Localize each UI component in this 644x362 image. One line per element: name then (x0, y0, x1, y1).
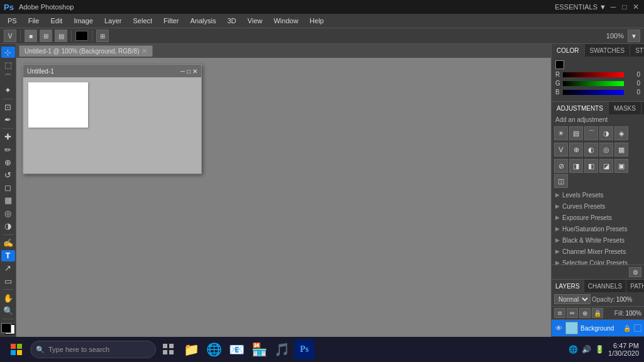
foreground-color-btn[interactable] (75, 31, 88, 41)
tab-masks[interactable]: MASKS (609, 102, 641, 114)
adj-bw-icon[interactable]: ◐ (584, 143, 598, 156)
doc-close-btn[interactable]: ✕ (192, 68, 197, 75)
preset-curves[interactable]: ▶ Curves Presets (552, 200, 644, 212)
layer-visibility-icon[interactable]: 👁 (554, 324, 563, 332)
search-bar[interactable]: 🔍 Type here to search (30, 341, 156, 358)
tab-styles[interactable]: STYLES (630, 44, 644, 57)
menu-help[interactable]: Help (304, 16, 329, 26)
layer-background[interactable]: 👁 Background 🔒 (552, 320, 644, 336)
tool-path-select[interactable]: ↗ (1, 263, 15, 274)
tool-eraser[interactable]: ◻ (1, 182, 15, 194)
foreground-color[interactable] (1, 323, 11, 333)
move-options-v[interactable]: V (4, 30, 16, 42)
preset-exposure[interactable]: ▶ Exposure Presets (552, 212, 644, 223)
color-swatches[interactable] (1, 323, 15, 334)
layer-options-icon[interactable] (634, 324, 641, 332)
preset-channelmixer[interactable]: ▶ Channel Mixer Presets (552, 246, 644, 257)
extra-btn[interactable]: ⊞ (96, 30, 109, 42)
tool-brush[interactable]: ✏ (1, 144, 15, 155)
tool-magic-wand[interactable]: ✦ (1, 85, 15, 96)
tool-shape[interactable]: ▭ (1, 275, 15, 287)
file-explorer-icon[interactable]: 📁 (181, 339, 201, 359)
menu-layer[interactable]: Layer (99, 16, 127, 26)
tool-clone[interactable]: ⊕ (1, 156, 15, 168)
lock-position-btn[interactable]: ⊕ (579, 308, 591, 318)
tab-paths[interactable]: PATHS (626, 280, 644, 292)
email-icon[interactable]: 📧 (226, 339, 247, 359)
browser-icon[interactable]: 🌐 (204, 339, 224, 359)
adjustments-options-btn[interactable]: ⚙ (629, 267, 641, 277)
menu-3d[interactable]: 3D (223, 16, 242, 26)
menu-analysis[interactable]: Analysis (186, 16, 221, 26)
close-button[interactable]: ✕ (631, 3, 640, 11)
network-icon[interactable]: 🌐 (569, 345, 578, 354)
tool-zoom[interactable]: 🔍 (1, 305, 15, 316)
tab-color[interactable]: COLOR (552, 44, 585, 57)
adj-threshold-icon[interactable]: ◪ (599, 159, 613, 173)
adj-selective-icon[interactable]: ◫ (554, 174, 568, 188)
task-view-button[interactable] (158, 339, 179, 359)
start-button[interactable] (5, 338, 28, 361)
music-icon[interactable]: 🎵 (272, 339, 292, 359)
preset-selectivecolor[interactable]: ▶ Selective Color Presets (552, 257, 644, 265)
doc-max-btn[interactable]: □ (187, 68, 191, 75)
menu-edit[interactable]: Edit (45, 16, 67, 26)
tab-adjustments[interactable]: ADJUSTMENTS (552, 102, 609, 114)
adj-vibrance-icon[interactable]: ◈ (614, 126, 628, 140)
tool-history-brush[interactable]: ↺ (1, 169, 15, 180)
menu-select[interactable]: Select (128, 16, 158, 26)
tool-move[interactable]: ⊹ (1, 47, 15, 58)
clock[interactable]: 6:47 PM 1/30/2020 (608, 342, 639, 357)
photoshop-taskbar-icon[interactable]: Ps (294, 339, 314, 359)
tab-channels[interactable]: CHANNELS (584, 280, 626, 292)
doc-min-btn[interactable]: ─ (180, 68, 185, 75)
lock-pixels-btn[interactable]: ✏ (567, 308, 578, 318)
lock-transparent-btn[interactable]: ⧆ (554, 308, 565, 318)
preset-bw[interactable]: ▶ Black & White Presets (552, 234, 644, 246)
tool-eyedropper[interactable]: ✒ (1, 114, 15, 126)
adj-invert-icon[interactable]: ◨ (569, 159, 583, 173)
minimize-button[interactable]: ─ (609, 3, 618, 11)
adj-posterize-icon[interactable]: ◧ (584, 159, 598, 173)
tool-blur[interactable]: ◎ (1, 207, 15, 219)
essentials-label[interactable]: ESSENTIALS ▼ (555, 3, 606, 11)
adj-colorramp-icon[interactable]: ⊘ (554, 159, 568, 173)
tool-hand[interactable]: ✋ (1, 292, 15, 304)
lock-all-btn[interactable]: 🔒 (592, 308, 603, 318)
menu-file[interactable]: File (23, 16, 45, 26)
zoom-dropdown[interactable]: ▼ (628, 30, 640, 42)
maximize-button[interactable]: □ (620, 3, 629, 11)
adj-huesaturation-icon[interactable]: V (554, 143, 568, 156)
adj-curves-icon[interactable]: ⌒ (584, 126, 598, 140)
tool-dodge[interactable]: ◑ (1, 220, 15, 231)
tool-type[interactable]: T (1, 250, 15, 261)
menu-ps[interactable]: PS (3, 16, 22, 26)
adj-gradient-icon[interactable]: ▣ (614, 159, 628, 173)
tab-swatches[interactable]: SWATCHES (585, 44, 631, 57)
preset-huesat[interactable]: ▶ Hue/Saturation Presets (552, 223, 644, 234)
menu-window[interactable]: Window (269, 16, 303, 26)
volume-icon[interactable]: 🔊 (582, 345, 591, 354)
tool-lasso[interactable]: ⌒ (1, 72, 15, 83)
tab-layers[interactable]: LAYERS (552, 280, 584, 292)
tool-marquee[interactable]: ⬚ (1, 59, 15, 70)
show-transform-btn[interactable]: ⊞ (40, 30, 52, 42)
auto-select-btn[interactable]: ■ (25, 30, 37, 42)
adj-colorbalance-icon[interactable]: ⊕ (569, 143, 583, 156)
adj-exposure-icon[interactable]: ◑ (599, 126, 613, 140)
document-tab[interactable]: Untitled-1 @ 100% (Background, RGB/8) ✕ (19, 45, 153, 57)
adjustments-panel-menu[interactable]: ≡ (641, 102, 644, 114)
menu-filter[interactable]: Filter (158, 16, 184, 26)
doc-tab-close[interactable]: ✕ (142, 47, 147, 55)
tool-crop[interactable]: ⊡ (1, 102, 15, 113)
tool-heal[interactable]: ✚ (1, 131, 15, 143)
store-icon[interactable]: 🏪 (249, 339, 269, 359)
color-fg-swatch[interactable] (555, 60, 564, 69)
tool-gradient[interactable]: ▦ (1, 195, 15, 206)
adj-photofilter-icon[interactable]: ◎ (599, 143, 613, 156)
adj-brightness-icon[interactable]: ☀ (554, 126, 568, 140)
menu-view[interactable]: View (243, 16, 268, 26)
adj-channelmixer-icon[interactable]: ▦ (614, 143, 628, 156)
menu-image[interactable]: Image (69, 16, 98, 26)
preset-levels[interactable]: ▶ Levels Presets (552, 189, 644, 200)
